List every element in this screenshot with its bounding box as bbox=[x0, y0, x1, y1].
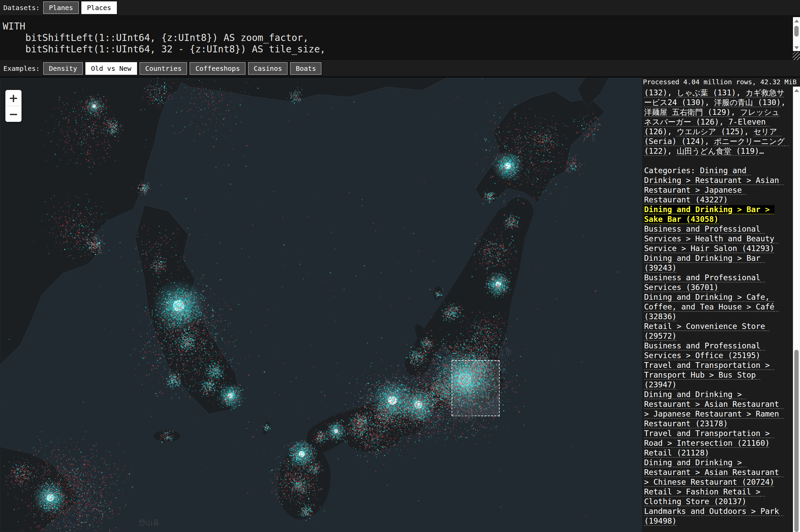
dataset-buttons: PlanesPlaces bbox=[43, 1, 117, 14]
name-link[interactable]: しゃぶ葉 (131) bbox=[677, 88, 736, 97]
categories-label: Categories: bbox=[644, 166, 700, 175]
zoom-in-button[interactable]: + bbox=[5, 90, 21, 106]
categories-paragraph: Categories: Dining and Drinking > Restau… bbox=[644, 166, 786, 526]
example-buttons: DensityOld vs NewCountriesCoffeeshopsCas… bbox=[43, 62, 322, 75]
zoom-out-button[interactable]: − bbox=[5, 106, 21, 122]
name-link[interactable]: 洋麺屋 五右衛門 (129) bbox=[644, 108, 731, 116]
sql-editor[interactable]: WITH bitShiftLeft(1::UInt64, {z:UInt8}) … bbox=[0, 16, 800, 60]
category-link[interactable]: Travel and Transportation > Road > Inter… bbox=[644, 429, 775, 448]
dataset-button-places[interactable]: Places bbox=[81, 1, 117, 14]
map-place-label: 岱山县 bbox=[139, 518, 160, 527]
example-button-density[interactable]: Density bbox=[43, 62, 83, 75]
panel-scrollbar[interactable] bbox=[793, 87, 800, 532]
status-text: Processed 4.04 million rows, 42.32 MiB bbox=[642, 78, 800, 87]
results-panel: Processed 4.04 million rows, 42.32 MiB (… bbox=[642, 78, 800, 532]
name-link[interactable]: 山田うどん食堂 (119) bbox=[677, 147, 759, 155]
top-names-paragraph: (132), しゃぶ葉 (131), カギ救急サービス24 (130), 洋服の… bbox=[644, 88, 786, 156]
results-list: (132), しゃぶ葉 (131), カギ救急サービス24 (130), 洋服の… bbox=[642, 87, 793, 532]
examples-bar: Examples: DensityOld vs NewCountriesCoff… bbox=[0, 60, 800, 78]
panel-scroll-thumb[interactable] bbox=[794, 350, 799, 532]
datasets-label: Datasets: bbox=[3, 4, 40, 12]
category-link[interactable]: Dining and Drinking > Bar (39243) bbox=[644, 254, 765, 272]
sql-scrollbar[interactable] bbox=[793, 17, 800, 51]
scroll-up-icon[interactable] bbox=[794, 19, 799, 22]
map-place-label: 日立市 bbox=[491, 348, 512, 357]
sql-scroll-thumb[interactable] bbox=[794, 26, 799, 37]
content: + − 日立市東京都岱山县 Processed 4.04 million row… bbox=[0, 78, 800, 532]
category-link-selected[interactable]: Dining and Drinking > Bar > Sake Bar (43… bbox=[644, 205, 775, 224]
example-button-old-vs-new[interactable]: Old vs New bbox=[85, 62, 137, 75]
resize-grip-icon[interactable] bbox=[793, 52, 800, 60]
category-link[interactable]: Business and Professional Services > Hea… bbox=[644, 225, 779, 253]
category-link[interactable]: Business and Professional Services (3670… bbox=[644, 273, 765, 292]
map-canvas[interactable] bbox=[0, 78, 642, 532]
category-link[interactable]: Travel and Transportation > Transport Hu… bbox=[644, 361, 775, 389]
map-place-label: 東京都 bbox=[452, 413, 473, 422]
category-link[interactable]: Retail (21128) bbox=[644, 449, 709, 457]
example-button-coffeeshops[interactable]: Coffeeshops bbox=[189, 62, 245, 75]
datasets-bar: Datasets: PlanesPlaces bbox=[0, 0, 800, 16]
category-link[interactable]: Business and Professional Services > Off… bbox=[644, 341, 765, 360]
map-selection-rect bbox=[452, 360, 499, 416]
category-link[interactable]: Dining and Drinking > Restaurant > Asian… bbox=[644, 458, 784, 486]
examples-label: Examples: bbox=[3, 64, 40, 73]
category-link[interactable]: Retail > Convenience Store (29572) bbox=[644, 322, 770, 340]
example-button-casinos[interactable]: Casinos bbox=[248, 62, 288, 75]
app: Datasets: PlanesPlaces WITH bitShiftLeft… bbox=[0, 0, 800, 532]
map-zoom-control: + − bbox=[5, 90, 21, 122]
category-link[interactable]: Landmarks and Outdoors > Park (19498) bbox=[644, 507, 784, 525]
name-link[interactable]: ウエルシア (125) bbox=[677, 127, 744, 136]
scroll-down-icon[interactable] bbox=[794, 46, 799, 49]
category-link[interactable]: Dining and Drinking > Restaurant > Asian… bbox=[644, 390, 784, 428]
name-link[interactable]: 洋服の青山 (130) bbox=[714, 98, 781, 107]
scroll-up-icon[interactable] bbox=[794, 89, 799, 92]
dataset-button-planes[interactable]: Planes bbox=[43, 1, 79, 14]
category-link[interactable]: Dining and Drinking > Cafe, Coffee, and … bbox=[644, 293, 779, 321]
category-link[interactable]: Retail > Fashion Retail > Clothing Store… bbox=[644, 487, 765, 506]
example-button-countries[interactable]: Countries bbox=[140, 62, 187, 75]
sql-query-text[interactable]: WITH bitShiftLeft(1::UInt64, {z:UInt8}) … bbox=[0, 16, 800, 55]
example-button-boats[interactable]: Boats bbox=[290, 62, 322, 75]
map[interactable]: + − 日立市東京都岱山县 bbox=[0, 78, 642, 532]
name-link[interactable]: (132) bbox=[644, 88, 667, 97]
